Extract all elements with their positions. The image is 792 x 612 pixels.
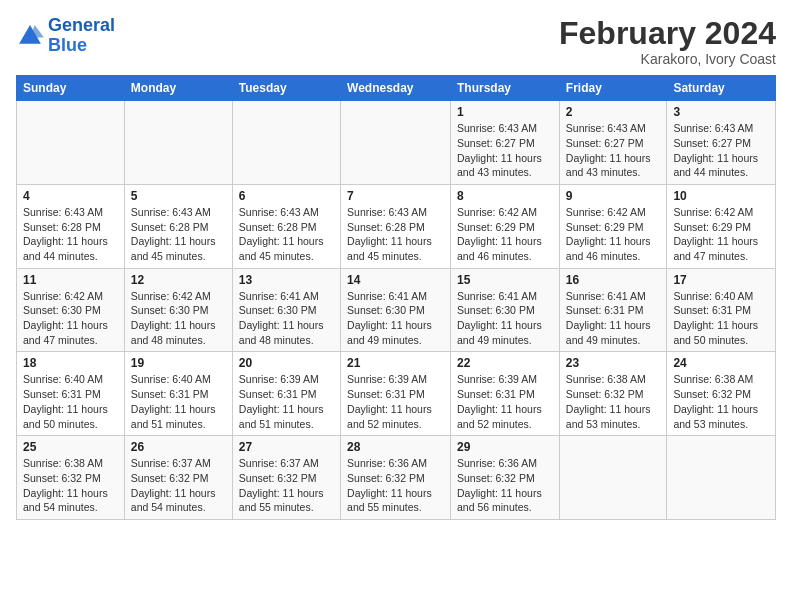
subtitle: Karakoro, Ivory Coast	[559, 51, 776, 67]
day-detail: Sunrise: 6:37 AMSunset: 6:32 PMDaylight:…	[131, 456, 226, 515]
day-detail: Sunrise: 6:42 AMSunset: 6:29 PMDaylight:…	[673, 205, 769, 264]
day-number: 15	[457, 273, 553, 287]
calendar-cell	[667, 436, 776, 520]
calendar-cell: 13Sunrise: 6:41 AMSunset: 6:30 PMDayligh…	[232, 268, 340, 352]
title-block: February 2024 Karakoro, Ivory Coast	[559, 16, 776, 67]
calendar-body: 1Sunrise: 6:43 AMSunset: 6:27 PMDaylight…	[17, 101, 776, 520]
day-detail: Sunrise: 6:36 AMSunset: 6:32 PMDaylight:…	[347, 456, 444, 515]
calendar-week-row: 11Sunrise: 6:42 AMSunset: 6:30 PMDayligh…	[17, 268, 776, 352]
day-number: 28	[347, 440, 444, 454]
day-detail: Sunrise: 6:40 AMSunset: 6:31 PMDaylight:…	[673, 289, 769, 348]
day-number: 21	[347, 356, 444, 370]
day-number: 6	[239, 189, 334, 203]
day-number: 20	[239, 356, 334, 370]
day-detail: Sunrise: 6:38 AMSunset: 6:32 PMDaylight:…	[673, 372, 769, 431]
logo: General Blue	[16, 16, 115, 56]
day-detail: Sunrise: 6:40 AMSunset: 6:31 PMDaylight:…	[23, 372, 118, 431]
day-number: 14	[347, 273, 444, 287]
day-number: 16	[566, 273, 661, 287]
calendar-cell: 15Sunrise: 6:41 AMSunset: 6:30 PMDayligh…	[451, 268, 560, 352]
header-day: Tuesday	[232, 76, 340, 101]
day-number: 9	[566, 189, 661, 203]
day-detail: Sunrise: 6:43 AMSunset: 6:28 PMDaylight:…	[239, 205, 334, 264]
calendar-cell: 25Sunrise: 6:38 AMSunset: 6:32 PMDayligh…	[17, 436, 125, 520]
calendar-cell: 20Sunrise: 6:39 AMSunset: 6:31 PMDayligh…	[232, 352, 340, 436]
calendar-cell: 19Sunrise: 6:40 AMSunset: 6:31 PMDayligh…	[124, 352, 232, 436]
day-number: 25	[23, 440, 118, 454]
header-row: SundayMondayTuesdayWednesdayThursdayFrid…	[17, 76, 776, 101]
day-number: 27	[239, 440, 334, 454]
day-detail: Sunrise: 6:43 AMSunset: 6:27 PMDaylight:…	[673, 121, 769, 180]
calendar-cell: 10Sunrise: 6:42 AMSunset: 6:29 PMDayligh…	[667, 184, 776, 268]
day-number: 17	[673, 273, 769, 287]
day-detail: Sunrise: 6:37 AMSunset: 6:32 PMDaylight:…	[239, 456, 334, 515]
calendar-cell: 22Sunrise: 6:39 AMSunset: 6:31 PMDayligh…	[451, 352, 560, 436]
page-header: General Blue February 2024 Karakoro, Ivo…	[16, 16, 776, 67]
day-number: 4	[23, 189, 118, 203]
calendar-cell	[17, 101, 125, 185]
calendar-cell: 14Sunrise: 6:41 AMSunset: 6:30 PMDayligh…	[341, 268, 451, 352]
day-detail: Sunrise: 6:43 AMSunset: 6:27 PMDaylight:…	[457, 121, 553, 180]
day-number: 2	[566, 105, 661, 119]
day-number: 18	[23, 356, 118, 370]
day-number: 12	[131, 273, 226, 287]
calendar-header: SundayMondayTuesdayWednesdayThursdayFrid…	[17, 76, 776, 101]
calendar-cell: 12Sunrise: 6:42 AMSunset: 6:30 PMDayligh…	[124, 268, 232, 352]
day-detail: Sunrise: 6:42 AMSunset: 6:30 PMDaylight:…	[23, 289, 118, 348]
calendar-table: SundayMondayTuesdayWednesdayThursdayFrid…	[16, 75, 776, 520]
day-detail: Sunrise: 6:38 AMSunset: 6:32 PMDaylight:…	[23, 456, 118, 515]
calendar-cell: 1Sunrise: 6:43 AMSunset: 6:27 PMDaylight…	[451, 101, 560, 185]
day-number: 22	[457, 356, 553, 370]
day-detail: Sunrise: 6:43 AMSunset: 6:27 PMDaylight:…	[566, 121, 661, 180]
day-number: 23	[566, 356, 661, 370]
calendar-cell	[559, 436, 667, 520]
calendar-week-row: 25Sunrise: 6:38 AMSunset: 6:32 PMDayligh…	[17, 436, 776, 520]
day-number: 7	[347, 189, 444, 203]
day-detail: Sunrise: 6:41 AMSunset: 6:30 PMDaylight:…	[457, 289, 553, 348]
calendar-cell: 3Sunrise: 6:43 AMSunset: 6:27 PMDaylight…	[667, 101, 776, 185]
calendar-cell: 21Sunrise: 6:39 AMSunset: 6:31 PMDayligh…	[341, 352, 451, 436]
day-detail: Sunrise: 6:43 AMSunset: 6:28 PMDaylight:…	[347, 205, 444, 264]
calendar-cell: 5Sunrise: 6:43 AMSunset: 6:28 PMDaylight…	[124, 184, 232, 268]
logo-general: General	[48, 15, 115, 35]
calendar-cell: 18Sunrise: 6:40 AMSunset: 6:31 PMDayligh…	[17, 352, 125, 436]
day-detail: Sunrise: 6:43 AMSunset: 6:28 PMDaylight:…	[23, 205, 118, 264]
calendar-week-row: 18Sunrise: 6:40 AMSunset: 6:31 PMDayligh…	[17, 352, 776, 436]
header-day: Saturday	[667, 76, 776, 101]
calendar-cell: 26Sunrise: 6:37 AMSunset: 6:32 PMDayligh…	[124, 436, 232, 520]
logo-icon	[16, 22, 44, 50]
day-number: 1	[457, 105, 553, 119]
day-number: 11	[23, 273, 118, 287]
day-number: 5	[131, 189, 226, 203]
logo-blue: Blue	[48, 35, 87, 55]
calendar-cell: 28Sunrise: 6:36 AMSunset: 6:32 PMDayligh…	[341, 436, 451, 520]
day-detail: Sunrise: 6:38 AMSunset: 6:32 PMDaylight:…	[566, 372, 661, 431]
header-day: Thursday	[451, 76, 560, 101]
day-detail: Sunrise: 6:41 AMSunset: 6:30 PMDaylight:…	[239, 289, 334, 348]
day-detail: Sunrise: 6:41 AMSunset: 6:31 PMDaylight:…	[566, 289, 661, 348]
calendar-cell: 9Sunrise: 6:42 AMSunset: 6:29 PMDaylight…	[559, 184, 667, 268]
calendar-cell: 8Sunrise: 6:42 AMSunset: 6:29 PMDaylight…	[451, 184, 560, 268]
calendar-week-row: 4Sunrise: 6:43 AMSunset: 6:28 PMDaylight…	[17, 184, 776, 268]
calendar-cell	[232, 101, 340, 185]
day-detail: Sunrise: 6:42 AMSunset: 6:29 PMDaylight:…	[457, 205, 553, 264]
day-number: 8	[457, 189, 553, 203]
calendar-cell: 6Sunrise: 6:43 AMSunset: 6:28 PMDaylight…	[232, 184, 340, 268]
calendar-cell: 11Sunrise: 6:42 AMSunset: 6:30 PMDayligh…	[17, 268, 125, 352]
calendar-cell: 23Sunrise: 6:38 AMSunset: 6:32 PMDayligh…	[559, 352, 667, 436]
day-detail: Sunrise: 6:40 AMSunset: 6:31 PMDaylight:…	[131, 372, 226, 431]
header-day: Wednesday	[341, 76, 451, 101]
day-detail: Sunrise: 6:36 AMSunset: 6:32 PMDaylight:…	[457, 456, 553, 515]
day-number: 10	[673, 189, 769, 203]
day-detail: Sunrise: 6:39 AMSunset: 6:31 PMDaylight:…	[457, 372, 553, 431]
calendar-cell	[124, 101, 232, 185]
day-detail: Sunrise: 6:43 AMSunset: 6:28 PMDaylight:…	[131, 205, 226, 264]
day-detail: Sunrise: 6:39 AMSunset: 6:31 PMDaylight:…	[239, 372, 334, 431]
calendar-cell: 27Sunrise: 6:37 AMSunset: 6:32 PMDayligh…	[232, 436, 340, 520]
calendar-cell: 7Sunrise: 6:43 AMSunset: 6:28 PMDaylight…	[341, 184, 451, 268]
day-detail: Sunrise: 6:39 AMSunset: 6:31 PMDaylight:…	[347, 372, 444, 431]
calendar-cell: 29Sunrise: 6:36 AMSunset: 6:32 PMDayligh…	[451, 436, 560, 520]
day-detail: Sunrise: 6:42 AMSunset: 6:29 PMDaylight:…	[566, 205, 661, 264]
day-detail: Sunrise: 6:41 AMSunset: 6:30 PMDaylight:…	[347, 289, 444, 348]
calendar-cell: 16Sunrise: 6:41 AMSunset: 6:31 PMDayligh…	[559, 268, 667, 352]
